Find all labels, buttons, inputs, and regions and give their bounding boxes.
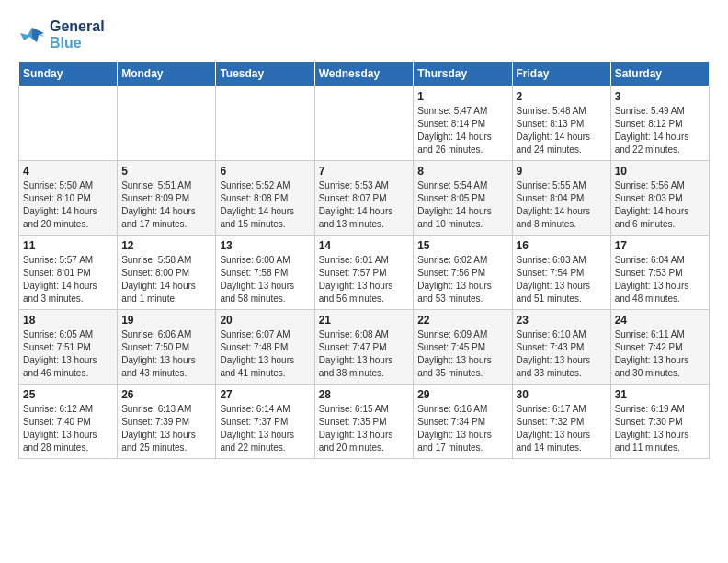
logo: General Blue [18,18,105,52]
day-number: 9 [517,165,607,178]
day-number: 6 [220,165,310,178]
calendar-cell: 6Sunrise: 5:52 AM Sunset: 8:08 PM Daylig… [216,161,314,236]
column-header-sunday: Sunday [19,62,118,86]
column-header-saturday: Saturday [610,62,709,86]
day-number: 22 [417,314,507,327]
column-header-thursday: Thursday [414,62,512,86]
calendar-week-row: 11Sunrise: 5:57 AM Sunset: 8:01 PM Dayli… [19,236,710,310]
calendar-cell: 18Sunrise: 6:05 AM Sunset: 7:51 PM Dayli… [19,310,118,385]
calendar-cell: 12Sunrise: 5:58 AM Sunset: 8:00 PM Dayli… [118,236,216,310]
day-number: 3 [615,90,705,103]
calendar-cell: 9Sunrise: 5:55 AM Sunset: 8:04 PM Daylig… [512,161,610,236]
day-number: 30 [517,388,607,401]
calendar-cell: 23Sunrise: 6:10 AM Sunset: 7:43 PM Dayli… [512,310,610,385]
day-number: 26 [121,388,211,401]
day-info: Sunrise: 6:05 AM Sunset: 7:51 PM Dayligh… [23,328,113,380]
day-number: 17 [615,239,705,252]
day-info: Sunrise: 5:57 AM Sunset: 8:01 PM Dayligh… [23,254,113,305]
day-number: 25 [23,388,113,401]
day-info: Sunrise: 5:54 AM Sunset: 8:05 PM Dayligh… [417,179,507,231]
day-info: Sunrise: 5:48 AM Sunset: 8:13 PM Dayligh… [517,105,607,156]
day-number: 19 [121,314,211,327]
calendar-cell: 17Sunrise: 6:04 AM Sunset: 7:53 PM Dayli… [610,236,709,310]
day-info: Sunrise: 5:52 AM Sunset: 8:08 PM Dayligh… [220,179,310,231]
calendar-cell: 14Sunrise: 6:01 AM Sunset: 7:57 PM Dayli… [314,236,414,310]
day-number: 14 [319,239,410,252]
calendar-cell: 24Sunrise: 6:11 AM Sunset: 7:42 PM Dayli… [610,310,709,385]
calendar-cell [19,86,118,161]
calendar-cell [314,86,414,161]
day-info: Sunrise: 6:02 AM Sunset: 7:56 PM Dayligh… [417,254,507,305]
day-number: 16 [517,239,607,252]
day-number: 2 [517,90,607,103]
day-info: Sunrise: 6:15 AM Sunset: 7:35 PM Dayligh… [319,403,410,454]
calendar-cell: 28Sunrise: 6:15 AM Sunset: 7:35 PM Dayli… [314,385,414,459]
day-number: 20 [220,314,310,327]
day-info: Sunrise: 6:00 AM Sunset: 7:58 PM Dayligh… [220,254,310,305]
calendar-week-row: 4Sunrise: 5:50 AM Sunset: 8:10 PM Daylig… [19,161,710,236]
day-number: 18 [23,314,113,327]
day-info: Sunrise: 5:50 AM Sunset: 8:10 PM Dayligh… [23,179,113,231]
calendar-cell: 4Sunrise: 5:50 AM Sunset: 8:10 PM Daylig… [19,161,118,236]
calendar-week-row: 1Sunrise: 5:47 AM Sunset: 8:14 PM Daylig… [19,86,710,161]
calendar-week-row: 18Sunrise: 6:05 AM Sunset: 7:51 PM Dayli… [19,310,710,385]
logo-text: General Blue [50,18,105,52]
day-number: 1 [417,90,507,103]
column-header-tuesday: Tuesday [216,62,314,86]
calendar-cell: 15Sunrise: 6:02 AM Sunset: 7:56 PM Dayli… [414,236,512,310]
calendar-cell: 22Sunrise: 6:09 AM Sunset: 7:45 PM Dayli… [414,310,512,385]
day-number: 5 [121,165,211,178]
day-info: Sunrise: 6:13 AM Sunset: 7:39 PM Dayligh… [121,403,211,454]
column-header-friday: Friday [512,62,610,86]
day-info: Sunrise: 6:17 AM Sunset: 7:32 PM Dayligh… [517,403,607,454]
calendar-cell: 5Sunrise: 5:51 AM Sunset: 8:09 PM Daylig… [118,161,216,236]
day-number: 27 [220,388,310,401]
day-number: 12 [121,239,211,252]
day-info: Sunrise: 6:16 AM Sunset: 7:34 PM Dayligh… [417,403,507,454]
day-info: Sunrise: 6:12 AM Sunset: 7:40 PM Dayligh… [23,403,113,454]
day-number: 13 [220,239,310,252]
day-number: 29 [417,388,507,401]
day-info: Sunrise: 5:51 AM Sunset: 8:09 PM Dayligh… [121,179,211,231]
day-info: Sunrise: 6:09 AM Sunset: 7:45 PM Dayligh… [417,328,507,380]
day-info: Sunrise: 6:04 AM Sunset: 7:53 PM Dayligh… [615,254,705,305]
day-info: Sunrise: 6:11 AM Sunset: 7:42 PM Dayligh… [615,328,705,380]
day-number: 31 [615,388,705,401]
day-info: Sunrise: 6:01 AM Sunset: 7:57 PM Dayligh… [319,254,410,305]
day-number: 7 [319,165,410,178]
calendar-cell: 21Sunrise: 6:08 AM Sunset: 7:47 PM Dayli… [314,310,414,385]
day-number: 4 [23,165,113,178]
calendar-cell: 2Sunrise: 5:48 AM Sunset: 8:13 PM Daylig… [512,86,610,161]
day-info: Sunrise: 6:14 AM Sunset: 7:37 PM Dayligh… [220,403,310,454]
day-number: 24 [615,314,705,327]
day-info: Sunrise: 5:58 AM Sunset: 8:00 PM Dayligh… [121,254,211,305]
calendar-table: SundayMondayTuesdayWednesdayThursdayFrid… [18,61,710,459]
day-number: 11 [23,239,113,252]
calendar-cell: 19Sunrise: 6:06 AM Sunset: 7:50 PM Dayli… [118,310,216,385]
column-header-wednesday: Wednesday [314,62,414,86]
calendar-cell [118,86,216,161]
day-info: Sunrise: 6:03 AM Sunset: 7:54 PM Dayligh… [517,254,607,305]
calendar-header-row: SundayMondayTuesdayWednesdayThursdayFrid… [19,62,710,86]
calendar-cell: 26Sunrise: 6:13 AM Sunset: 7:39 PM Dayli… [118,385,216,459]
day-info: Sunrise: 6:19 AM Sunset: 7:30 PM Dayligh… [615,403,705,454]
calendar-cell: 30Sunrise: 6:17 AM Sunset: 7:32 PM Dayli… [512,385,610,459]
page-header: General Blue [18,18,710,52]
day-info: Sunrise: 5:47 AM Sunset: 8:14 PM Dayligh… [417,105,507,156]
day-info: Sunrise: 5:56 AM Sunset: 8:03 PM Dayligh… [615,179,705,231]
day-info: Sunrise: 6:06 AM Sunset: 7:50 PM Dayligh… [121,328,211,380]
day-number: 21 [319,314,410,327]
calendar-cell: 27Sunrise: 6:14 AM Sunset: 7:37 PM Dayli… [216,385,314,459]
calendar-cell: 20Sunrise: 6:07 AM Sunset: 7:48 PM Dayli… [216,310,314,385]
calendar-cell: 7Sunrise: 5:53 AM Sunset: 8:07 PM Daylig… [314,161,414,236]
logo-icon [18,24,46,46]
column-header-monday: Monday [118,62,216,86]
calendar-cell: 31Sunrise: 6:19 AM Sunset: 7:30 PM Dayli… [610,385,709,459]
calendar-cell: 25Sunrise: 6:12 AM Sunset: 7:40 PM Dayli… [19,385,118,459]
calendar-cell: 11Sunrise: 5:57 AM Sunset: 8:01 PM Dayli… [19,236,118,310]
day-number: 15 [417,239,507,252]
calendar-cell [216,86,314,161]
day-number: 10 [615,165,705,178]
day-number: 23 [517,314,607,327]
calendar-cell: 29Sunrise: 6:16 AM Sunset: 7:34 PM Dayli… [414,385,512,459]
